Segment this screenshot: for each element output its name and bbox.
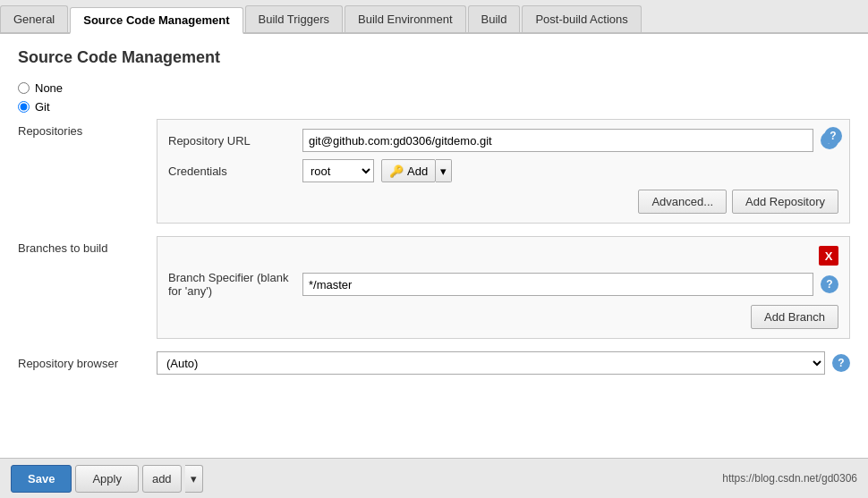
branches-section: Branches to build X Branch Specifier (bl… [18,236,850,339]
branch-specifier-row: Branch Specifier (blank for 'any') ? [168,271,838,298]
add-credentials-dropdown[interactable]: ▾ [436,159,452,182]
repo-url-label: Repository URL [168,134,302,148]
radio-git[interactable] [18,101,30,113]
page-title: Source Code Management [18,48,850,67]
repo-browser-help-icon[interactable]: ? [832,354,850,372]
radio-none-item: None [18,81,850,95]
repo-browser-label: Repository browser [18,351,157,375]
credentials-select[interactable]: root [302,159,374,182]
key-icon: 🔑 [389,165,404,178]
add-repository-button[interactable]: Add Repository [732,190,838,214]
tab-build-environment[interactable]: Build Environment [345,5,466,32]
radio-none-label[interactable]: None [35,81,63,95]
save-button[interactable]: Save [11,465,72,493]
add-credentials-button[interactable]: 🔑 Add [381,159,436,182]
add-branch-button[interactable]: Add Branch [751,305,838,329]
radio-git-item: Git [18,100,850,114]
repo-url-input[interactable] [302,129,813,152]
tab-build[interactable]: Build [468,5,521,32]
repositories-help-icon[interactable]: ? [824,127,842,145]
credentials-label: Credentials [168,165,302,178]
branches-label: Branches to build [18,236,157,339]
repositories-button-row: Advanced... Add Repository [168,190,838,214]
radio-git-label[interactable]: Git [35,100,50,114]
apply-button[interactable]: Apply [75,465,139,493]
tab-general[interactable]: General [0,5,68,32]
add-branch-row: Add Branch [168,305,838,329]
footer-bar: Save Apply add ▾ https://blog.csdn.net/g… [0,458,868,498]
branch-specifier-input[interactable] [302,273,813,296]
dropdown-icon: ▾ [440,165,447,178]
repo-url-row: Repository URL ? [168,129,838,152]
tab-build-triggers[interactable]: Build Triggers [245,5,343,32]
radio-none[interactable] [18,82,30,94]
branches-content: X Branch Specifier (blank for 'any') ? A… [157,236,850,339]
repositories-label: Repositories [18,119,157,224]
repo-browser-section: Repository browser (Auto) ? [18,351,850,375]
tab-bar: General Source Code Management Build Tri… [0,0,868,34]
main-content: Source Code Management None Git Reposito… [0,34,868,458]
remove-branch-button[interactable]: X [819,246,838,266]
credentials-row: Credentials root 🔑 Add ▾ [168,159,838,182]
branches-header-row: X [168,246,838,266]
footer-add-button[interactable]: add [142,465,182,493]
repositories-content: ? Repository URL ? Credentials root 🔑 Ad… [157,119,850,224]
branch-specifier-label: Branch Specifier (blank for 'any') [168,271,302,298]
advanced-button[interactable]: Advanced... [638,190,727,214]
footer-add-dropdown[interactable]: ▾ [185,465,203,493]
tab-post-build-actions[interactable]: Post-build Actions [522,5,641,32]
branch-specifier-help-icon[interactable]: ? [821,275,838,293]
repositories-section: Repositories ? Repository URL ? Credenti… [18,119,850,224]
footer-url: https://blog.csdn.net/gd0306 [722,472,857,485]
footer-dropdown-icon: ▾ [191,472,197,485]
repo-browser-select[interactable]: (Auto) [157,351,825,375]
tab-source-code-management[interactable]: Source Code Management [70,7,243,34]
